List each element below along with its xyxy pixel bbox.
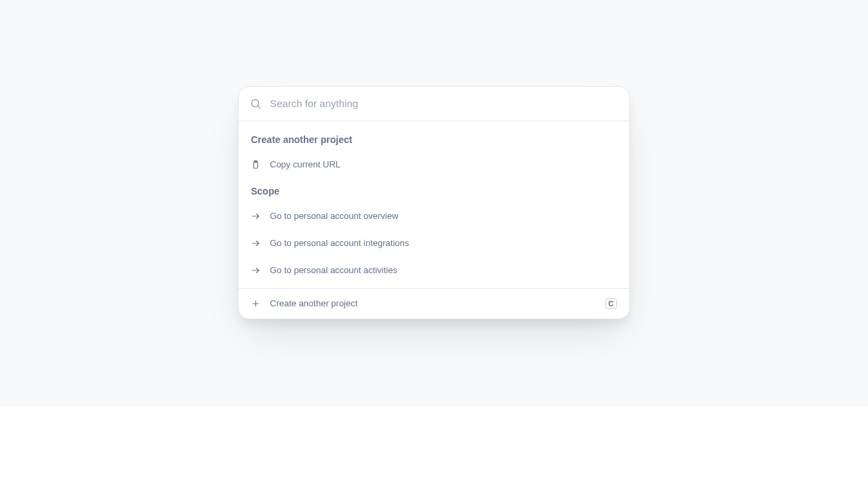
- arrow-right-icon: [251, 211, 260, 221]
- app-surface: Create another project Copy current URL …: [0, 0, 868, 407]
- action-label: Go to personal account activities: [270, 265, 617, 276]
- arrow-right-icon: [251, 266, 260, 275]
- footer-action-create-project[interactable]: Create another project C: [239, 289, 629, 319]
- svg-line-1: [258, 106, 260, 108]
- section-title-scope: Scope: [239, 178, 629, 203]
- plus-icon: [251, 299, 260, 308]
- svg-point-0: [252, 100, 259, 107]
- action-go-account-overview[interactable]: Go to personal account overview: [239, 203, 629, 230]
- action-label: Go to personal account integrations: [270, 238, 617, 249]
- action-go-account-integrations[interactable]: Go to personal account integrations: [239, 230, 629, 257]
- action-label: Go to personal account overview: [270, 211, 617, 222]
- palette-body: Create another project Copy current URL …: [239, 121, 629, 288]
- action-go-account-activities[interactable]: Go to personal account activities: [239, 257, 629, 284]
- section-title-create: Create another project: [239, 127, 629, 151]
- action-copy-url[interactable]: Copy current URL: [239, 151, 629, 178]
- clipboard-icon: [251, 160, 260, 169]
- footer-action-label: Create another project: [270, 298, 357, 309]
- arrow-right-icon: [251, 239, 260, 248]
- search-icon: [250, 98, 262, 110]
- search-row: [239, 87, 629, 121]
- palette-footer: Create another project C: [239, 288, 629, 319]
- action-label: Copy current URL: [270, 159, 617, 170]
- search-input[interactable]: [269, 96, 618, 111]
- command-palette: Create another project Copy current URL …: [238, 86, 630, 319]
- shortcut-key: C: [605, 298, 617, 309]
